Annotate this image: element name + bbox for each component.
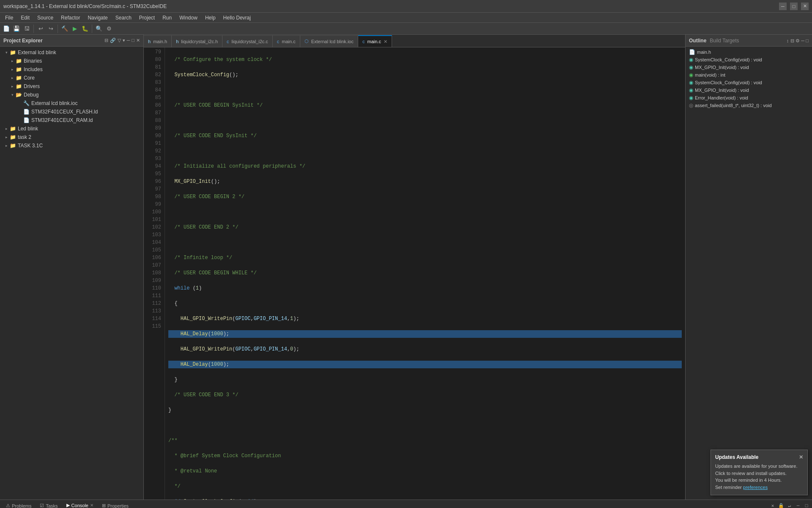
save-button[interactable]: 💾 (12, 24, 21, 33)
project-icon-2: 📁 (9, 125, 16, 132)
build-targets-tab-label[interactable]: Build Targets (710, 38, 739, 44)
menu-search[interactable]: Search (112, 14, 135, 22)
tab-ioc[interactable]: ⬡ External lcd blink.ioc (300, 35, 358, 47)
code-line-84: /* USER CODE END SysInit */ (168, 132, 682, 140)
build-button[interactable]: 🔨 (60, 24, 69, 33)
tab-console[interactable]: ▶ Console ✕ (62, 501, 98, 508)
collapse-all-icon[interactable]: ⊟ (104, 38, 108, 43)
outline-item-main-h[interactable]: 📄 main.h (686, 48, 812, 56)
search-toolbar-button[interactable]: 🔍 (94, 24, 104, 33)
tree-item-binaries[interactable]: ▸ 📁 Binaries (0, 57, 143, 65)
outline-item-mx-gpio-init-1[interactable]: ◉ MX_GPIO_Init(void) : void (686, 64, 812, 71)
tree-item-ioc[interactable]: 🔧 External lcd blink.ioc (0, 99, 143, 108)
minimize-panel-icon[interactable]: ─ (127, 38, 130, 43)
link-with-editor-icon[interactable]: 🔗 (110, 38, 116, 43)
clear-console-icon[interactable]: ✕ (769, 502, 776, 508)
line-num-91: 91 (147, 140, 161, 147)
tree-item-flash-ld[interactable]: 📄 STM32F401CEUX_FLASH.ld (0, 108, 143, 116)
line-num-82: 82 (147, 71, 161, 79)
menu-project[interactable]: Project (136, 14, 158, 22)
popup-close-button[interactable]: ✕ (799, 454, 803, 460)
popup-reminder-text: Set reminder (715, 485, 742, 490)
menu-run[interactable]: Run (159, 14, 175, 22)
line-num-84: 84 (147, 86, 161, 94)
sort-icon[interactable]: ↕ (787, 38, 789, 43)
settings-button[interactable]: ⚙ (104, 24, 114, 33)
tree-item-includes[interactable]: ▸ 📁 Includes (0, 65, 143, 74)
menu-hello-devraj[interactable]: Hello Devraj (220, 14, 254, 22)
outline-item-error-handler[interactable]: ◉ Error_Handler(void) : void (686, 94, 812, 102)
line-num-86: 86 (147, 102, 161, 109)
outline-minimize-icon[interactable]: ─ (801, 38, 804, 43)
line-num-93: 93 (147, 155, 161, 163)
tab-main-h[interactable]: h main.h (144, 35, 172, 47)
maximize-panel-icon[interactable]: □ (132, 38, 134, 43)
popup-preferences-link[interactable]: preferences (743, 485, 768, 490)
menu-refactor[interactable]: Refactor (58, 14, 83, 22)
save-all-button[interactable]: 🖫 (22, 24, 31, 33)
tree-item-debug[interactable]: ▾ 📂 Debug (0, 91, 143, 99)
word-wrap-icon[interactable]: ↵ (786, 502, 793, 508)
view-menu-icon[interactable]: ▾ (123, 38, 125, 43)
menu-navigate[interactable]: Navigate (84, 14, 111, 22)
tab-main-c-1[interactable]: c main.c (273, 35, 300, 47)
tree-item-drivers[interactable]: ▸ 📁 Drivers (0, 82, 143, 91)
outline-item-sysclock-config-2[interactable]: ◉ SystemClock_Config(void) : void (686, 79, 812, 86)
line-num-89: 89 (147, 124, 161, 132)
hide-fields-icon[interactable]: ⊟ (790, 38, 794, 43)
outline-settings-icon[interactable]: ⚙ (796, 38, 800, 43)
run-button[interactable]: ▶ (70, 24, 80, 33)
code-line-101: /* USER CODE END 3 */ (168, 391, 682, 399)
tree-item-core[interactable]: ▸ 📁 Core (0, 74, 143, 82)
console-close-icon[interactable]: ✕ (90, 503, 93, 508)
outline-tab-label[interactable]: Outline (689, 38, 706, 44)
line-num-105: 105 (147, 246, 161, 254)
tab-liquidcrystal-h[interactable]: h liquidcrystal_i2c.h (172, 35, 222, 47)
outline-maximize-icon[interactable]: □ (806, 38, 809, 43)
debug-button[interactable]: 🐛 (80, 24, 90, 33)
tab-close-icon[interactable]: ✕ (384, 39, 387, 44)
outline-item-main-void[interactable]: ◉ main(void) : int (686, 71, 812, 79)
tree-item-task2[interactable]: ▸ 📁 task 2 (0, 133, 143, 141)
tab-label-properties: Properties (107, 503, 129, 508)
code-line-90: /* USER CODE END 2 */ (168, 224, 682, 231)
menu-file[interactable]: File (2, 14, 16, 22)
line-num-104: 104 (147, 239, 161, 246)
tree-item-led-blink[interactable]: ▸ 📁 Led blink (0, 124, 143, 133)
menu-source[interactable]: Source (34, 14, 57, 22)
outline-item-mx-gpio-init-2[interactable]: ◉ MX_GPIO_Init(void) : void (686, 86, 812, 94)
close-button[interactable]: ✕ (801, 3, 809, 10)
scroll-lock-icon[interactable]: 🔒 (777, 502, 785, 508)
tree-item-task31c[interactable]: ▸ 📁 TASK 3.1C (0, 141, 143, 150)
filter-icon[interactable]: ▽ (118, 38, 121, 43)
undo-button[interactable]: ↩ (36, 24, 45, 33)
tree-item-external-lcd-blink[interactable]: ▾ 📁 External lcd blink (0, 48, 143, 57)
new-file-button[interactable]: 📄 (2, 24, 11, 33)
ioc-icon: ⬡ (304, 39, 309, 44)
tab-main-c-active[interactable]: c main.c ✕ (358, 35, 392, 47)
outline-item-assert-failed[interactable]: ◎ assert_failed(uint8_t*, uint32_t) : vo… (686, 102, 812, 109)
tree-item-ram-ld[interactable]: 📄 STM32F401CEUX_RAM.ld (0, 116, 143, 124)
expand-arrow: ▸ (9, 84, 15, 88)
tab-properties[interactable]: ⊞ Properties (98, 501, 133, 508)
console-minimize-icon[interactable]: ─ (794, 502, 802, 508)
minimize-button[interactable]: ─ (779, 3, 787, 10)
tree-label-core: Core (24, 75, 35, 81)
func-icon-6: ◉ (689, 95, 693, 101)
code-content[interactable]: /* Configure the system clock */ SystemC… (165, 47, 685, 500)
close-panel-icon[interactable]: ✕ (136, 38, 140, 43)
menu-edit[interactable]: Edit (17, 14, 33, 22)
maximize-button[interactable]: □ (790, 3, 798, 10)
tab-problems[interactable]: ⚠ Problems (2, 501, 36, 508)
line-num-103: 103 (147, 231, 161, 239)
menu-window[interactable]: Window (176, 14, 201, 22)
outline-item-sysclock-config-1[interactable]: ◉ SystemClock_Config(void) : void (686, 56, 812, 64)
redo-button[interactable]: ↪ (46, 24, 55, 33)
h-file-icon: h (148, 39, 151, 44)
menu-help[interactable]: Help (202, 14, 219, 22)
console-maximize-icon[interactable]: □ (803, 502, 810, 508)
project-icon-4: 📁 (9, 142, 16, 149)
tab-liquidcrystal-c[interactable]: c liquidcrystal_i2c.c (222, 35, 273, 47)
tree-label-task31c: TASK 3.1C (18, 143, 43, 149)
tab-tasks[interactable]: ☑ Tasks (36, 501, 62, 508)
